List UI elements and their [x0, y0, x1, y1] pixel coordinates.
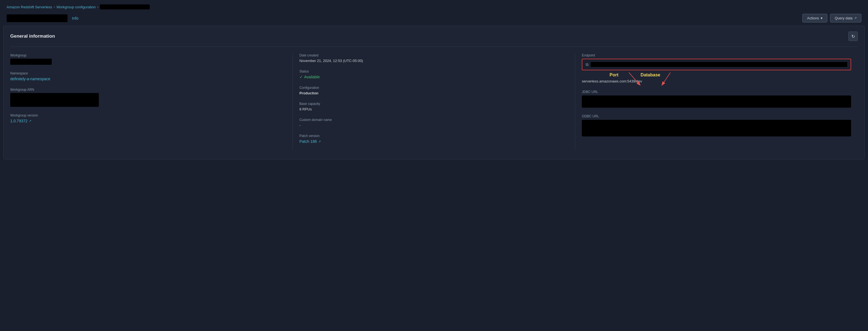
breadcrumb: Amazon Redshift Serverless › Workgroup c…	[0, 0, 868, 11]
odbc-url-label: ODBC URL	[582, 114, 851, 118]
workgroup-version-label: Workgroup version	[10, 114, 286, 117]
page-header: Info Actions ▾ Query data ↗	[0, 11, 868, 26]
endpoint-field: Endpoint ⧉	[582, 53, 851, 83]
workgroup-arn-label: Workgroup ARN	[10, 88, 286, 92]
breadcrumb-link-redshift[interactable]: Amazon Redshift Serverless	[7, 5, 52, 9]
info-col-1: Workgroup Namespace definitely-a-namespa…	[10, 53, 293, 150]
endpoint-redacted-value	[591, 62, 847, 67]
workgroup-arn-field: Workgroup ARN	[10, 88, 286, 107]
actions-button[interactable]: Actions ▾	[802, 14, 827, 23]
odbc-url-value	[582, 120, 851, 137]
section-divider	[10, 47, 858, 47]
info-link[interactable]: Info	[72, 16, 78, 21]
breadcrumb-sep-1: ›	[54, 5, 55, 9]
page-header-left: Info	[7, 14, 78, 22]
workgroup-version-field: Workgroup version 1.0.79372 ↗	[10, 114, 286, 123]
endpoint-label: Endpoint	[582, 53, 851, 57]
breadcrumb-current	[100, 4, 150, 9]
port-annotation-label: Port	[610, 72, 618, 78]
namespace-value[interactable]: definitely-a-namespace	[10, 77, 286, 81]
namespace-label: Namespace	[10, 71, 286, 75]
main-content: General information ↻ Workgroup Namespac…	[3, 26, 865, 159]
patch-version-label: Patch version	[300, 134, 568, 138]
base-capacity-label: Base capacity	[300, 102, 568, 106]
section-title: General information	[10, 33, 55, 39]
info-grid: Workgroup Namespace definitely-a-namespa…	[10, 53, 858, 150]
jdbc-url-label: JDBC URL	[582, 90, 851, 94]
date-created-field: Date created November 21, 2024, 12:53 (U…	[300, 53, 568, 63]
info-col-3: Endpoint ⧉	[575, 53, 858, 150]
workgroup-version-external-icon: ↗	[29, 119, 31, 123]
workgroup-value	[10, 59, 52, 65]
breadcrumb-sep-2: ›	[97, 5, 98, 9]
workgroup-label: Workgroup	[10, 53, 286, 57]
external-link-icon: ↗	[854, 16, 857, 20]
actions-label: Actions	[807, 16, 819, 20]
info-col-2: Date created November 21, 2024, 12:53 (U…	[293, 53, 576, 150]
page-header-actions: Actions ▾ Query data ↗	[802, 14, 861, 23]
refresh-button[interactable]: ↻	[848, 32, 858, 41]
date-created-value: November 21, 2024, 12:53 (UTC-05:00)	[300, 59, 568, 63]
date-created-label: Date created	[300, 53, 568, 57]
workgroup-version-value[interactable]: 1.0.79372 ↗	[10, 119, 286, 123]
copy-icon[interactable]: ⧉	[586, 62, 588, 67]
custom-domain-value: -	[300, 123, 568, 127]
page-title	[7, 14, 67, 22]
configuration-value: Production	[300, 91, 568, 95]
breadcrumb-link-workgroup[interactable]: Workgroup configuration	[57, 5, 95, 9]
base-capacity-field: Base capacity 8 RPUs	[300, 102, 568, 111]
configuration-field: Configuration Production	[300, 86, 568, 95]
endpoint-box: ⧉	[582, 59, 851, 70]
status-value: ✓ Available	[300, 75, 568, 79]
annotation-area: Port Database serverless.amazonaws.com:5…	[582, 72, 851, 83]
jdbc-url-field: JDBC URL	[582, 90, 851, 108]
section-header: General information ↻	[10, 32, 858, 41]
workgroup-arn-value	[10, 93, 99, 107]
odbc-url-field: ODBC URL	[582, 114, 851, 137]
patch-version-external-icon: ↗	[318, 140, 321, 143]
endpoint-url-text: serverless.amazonaws.com:5439/dev	[582, 79, 851, 83]
status-icon: ✓	[300, 75, 303, 79]
jdbc-url-value	[582, 95, 851, 108]
query-data-label: Query data	[835, 16, 852, 20]
annotation-labels: Port Database	[582, 72, 851, 78]
status-label: Status	[300, 69, 568, 73]
patch-version-field: Patch version Patch 186 ↗	[300, 134, 568, 144]
actions-chevron-icon: ▾	[821, 16, 823, 20]
base-capacity-value: 8 RPUs	[300, 107, 568, 111]
query-data-button[interactable]: Query data ↗	[830, 14, 861, 23]
status-field: Status ✓ Available	[300, 69, 568, 79]
patch-version-value[interactable]: Patch 186 ↗	[300, 139, 568, 144]
custom-domain-field: Custom domain name -	[300, 118, 568, 127]
configuration-label: Configuration	[300, 86, 568, 90]
workgroup-field: Workgroup	[10, 53, 286, 65]
namespace-field: Namespace definitely-a-namespace	[10, 71, 286, 81]
database-annotation-label: Database	[641, 72, 660, 78]
custom-domain-label: Custom domain name	[300, 118, 568, 122]
